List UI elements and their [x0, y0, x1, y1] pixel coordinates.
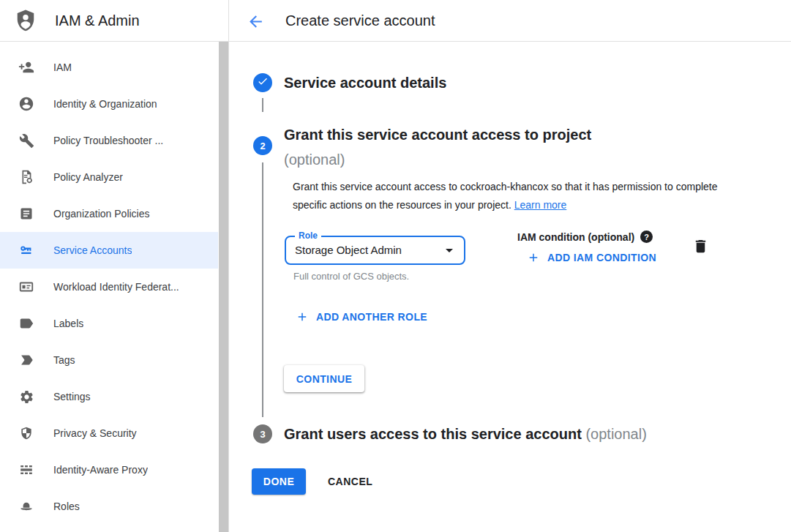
iam-condition-label: IAM condition (optional) [517, 231, 634, 243]
policy-analyzer-icon [18, 168, 35, 186]
step3-optional-label: (optional) [585, 426, 646, 442]
step-connector [262, 98, 263, 112]
sidebar-item-label: IAM [53, 61, 72, 73]
sidebar-item-label: Labels [53, 318, 83, 329]
sidebar-item-label: Privacy & Security [53, 427, 137, 439]
plus-icon [527, 251, 540, 264]
done-button[interactable]: DONE [252, 468, 306, 495]
sidebar-item-label: Tags [53, 354, 75, 366]
sidebar-item-settings[interactable]: Settings [0, 378, 218, 415]
wrench-icon [18, 132, 35, 149]
label-icon [18, 315, 35, 332]
step1-title: Service account details [284, 73, 446, 92]
sidebar-item-roles[interactable]: Roles [0, 488, 218, 525]
sidebar-item-label: Identity & Organization [53, 98, 157, 110]
role-select-value: Storage Object Admin [295, 237, 402, 263]
step-connector [262, 162, 263, 417]
sidebar-item-label: Policy Troubleshooter ... [53, 135, 163, 146]
sidebar-item-organization-policies[interactable]: Organization Policies [0, 195, 218, 232]
cancel-button[interactable]: CANCEL [322, 468, 378, 495]
step2-title: Grant this service account access to pro… [284, 122, 591, 172]
identity-icon [18, 95, 35, 113]
plus-icon [296, 310, 309, 323]
iam-admin-shield-icon [15, 9, 37, 33]
sidebar-item-identity-aware-proxy[interactable]: Identity-Aware Proxy [0, 452, 218, 488]
add-iam-condition-label: ADD IAM CONDITION [547, 252, 656, 263]
check-icon [257, 75, 269, 90]
sidebar-item-labels[interactable]: Labels [0, 305, 218, 342]
step2-badge: 2 [253, 136, 272, 155]
sidebar-item-identity-organization[interactable]: Identity & Organization [0, 86, 218, 122]
gear-icon [18, 388, 35, 405]
help-icon[interactable]: ? [640, 231, 653, 243]
step2-description: Grant this service account access to coc… [293, 178, 732, 214]
step3-badge: 3 [253, 424, 272, 443]
sidebar-scrollbar[interactable] [219, 42, 228, 532]
continue-button[interactable]: CONTINUE [284, 365, 364, 392]
add-iam-condition-button[interactable]: ADD IAM CONDITION [527, 251, 656, 264]
step3-title: Grant users access to this service accou… [284, 424, 647, 443]
sidebar-item-privacy-security[interactable]: Privacy & Security [0, 415, 218, 452]
org-policies-icon [18, 205, 35, 222]
sidebar-item-service-accounts[interactable]: Service Accounts [0, 232, 218, 269]
workload-identity-icon [18, 278, 35, 296]
person-add-icon [18, 59, 35, 76]
sidebar-item-tags[interactable]: Tags [0, 342, 218, 378]
step3-title-text: Grant users access to this service accou… [284, 426, 582, 442]
roles-hat-icon [18, 498, 35, 515]
service-account-icon [18, 241, 35, 259]
sidebar-item-label: Service Accounts [53, 244, 132, 256]
sidebar-item-label: Identity-Aware Proxy [53, 464, 148, 476]
step2-optional-label: (optional) [284, 147, 591, 172]
shield-icon [18, 424, 35, 442]
sidebar-item-iam[interactable]: IAM [0, 49, 218, 86]
proxy-icon [18, 461, 35, 479]
sidebar-item-workload-identity-federation[interactable]: Workload Identity Federat... [0, 269, 218, 305]
iam-condition-header: IAM condition (optional) ? [517, 231, 653, 243]
step2-title-text: Grant this service account access to pro… [284, 122, 591, 147]
add-another-role-label: ADD ANOTHER ROLE [316, 311, 427, 323]
step2-number: 2 [260, 141, 265, 151]
sidebar-item-label: Workload Identity Federat... [53, 281, 179, 293]
tag-icon [18, 351, 35, 369]
delete-role-trash-icon[interactable] [692, 238, 710, 255]
chevron-down-icon [441, 241, 458, 259]
sidebar-item-label: Organization Policies [53, 208, 150, 220]
sidebar-item-label: Roles [53, 501, 80, 512]
sidebar-item-policy-troubleshooter[interactable]: Policy Troubleshooter ... [0, 122, 218, 159]
step1-complete-badge [253, 73, 272, 92]
step2-description-text: Grant this service account access to coc… [293, 181, 718, 211]
role-helper-text: Full control of GCS objects. [293, 271, 409, 282]
back-arrow-icon[interactable] [245, 11, 266, 31]
learn-more-link[interactable]: Learn more [514, 199, 567, 211]
step3-number: 3 [260, 429, 265, 440]
sidebar-item-policy-analyzer[interactable]: Policy Analyzer [0, 159, 218, 195]
page-title: Create service account [285, 0, 435, 42]
sidebar-nav: IAM Identity & Organization Policy Troub… [0, 42, 229, 532]
sidebar-item-label: Settings [53, 391, 91, 402]
add-another-role-button[interactable]: ADD ANOTHER ROLE [296, 310, 427, 323]
sidebar-item-label: Policy Analyzer [53, 171, 123, 183]
product-title: IAM & Admin [55, 0, 140, 42]
role-select[interactable]: Role Storage Object Admin [285, 236, 465, 265]
